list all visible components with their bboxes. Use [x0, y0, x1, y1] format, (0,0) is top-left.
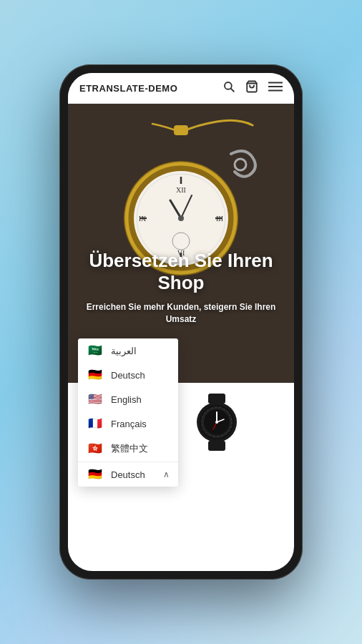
brand-logo: ETRANSLATE-DEMO	[79, 83, 177, 94]
svg-text:XII: XII	[176, 186, 186, 194]
language-item[interactable]: 🇭🇰繁體中文	[78, 436, 178, 462]
language-item[interactable]: 🇺🇸English	[78, 387, 178, 411]
flag-icon: 🇭🇰	[87, 443, 104, 454]
hero-title: Übersetzen Sie Ihren Shop	[82, 250, 280, 294]
hero-subtitle: Erreichen Sie mehr Kunden, steigern Sie …	[82, 301, 280, 326]
watch-thumbnail	[188, 394, 245, 451]
svg-text:IX: IX	[139, 215, 147, 223]
language-name: English	[111, 394, 142, 405]
language-item[interactable]: 🇩🇪Deutsch	[78, 363, 178, 387]
svg-point-34	[215, 421, 218, 424]
trigger-flag: 🇩🇪	[87, 469, 104, 480]
navbar-icons	[222, 80, 283, 96]
flag-icon: 🇫🇷	[87, 418, 104, 429]
language-name: 繁體中文	[111, 442, 148, 455]
language-trigger[interactable]: 🇩🇪 Deutsch ∧	[78, 462, 178, 487]
svg-rect-24	[208, 394, 225, 404]
phone-frame: ETRANSLATE-DEMO	[59, 64, 303, 580]
language-dropdown: 🇸🇦العربية🇩🇪Deutsch🇺🇸English🇫🇷Français🇭🇰繁…	[78, 338, 178, 487]
search-icon[interactable]	[222, 80, 235, 96]
language-item[interactable]: 🇫🇷Français	[78, 411, 178, 436]
flag-icon: 🇸🇦	[87, 345, 104, 356]
svg-line-1	[231, 89, 234, 92]
chevron-up-icon: ∧	[163, 469, 170, 479]
navbar: ETRANSLATE-DEMO	[68, 73, 294, 104]
language-name: Deutsch	[111, 370, 145, 381]
phone-screen: ETRANSLATE-DEMO	[68, 73, 294, 571]
svg-rect-25	[208, 441, 225, 451]
hero-text: Übersetzen Sie Ihren Shop Erreichen Sie …	[68, 250, 294, 326]
svg-rect-6	[174, 125, 188, 135]
language-name: Français	[111, 419, 147, 429]
bag-icon[interactable]	[245, 80, 258, 96]
flag-icon: 🇩🇪	[87, 369, 104, 381]
language-name: العربية	[111, 346, 137, 356]
svg-point-23	[235, 159, 246, 170]
svg-point-21	[178, 215, 184, 221]
svg-text:III: III	[216, 215, 223, 223]
menu-icon[interactable]	[268, 81, 283, 95]
language-item[interactable]: 🇸🇦العربية	[78, 338, 178, 363]
trigger-language-name: Deutsch	[111, 469, 145, 480]
flag-icon: 🇺🇸	[87, 394, 104, 405]
